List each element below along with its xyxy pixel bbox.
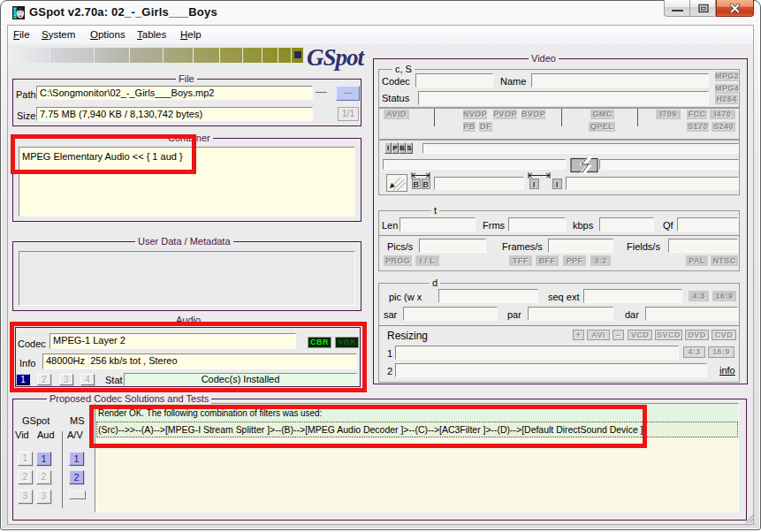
- svg-text:GSpot: GSpot: [307, 44, 366, 71]
